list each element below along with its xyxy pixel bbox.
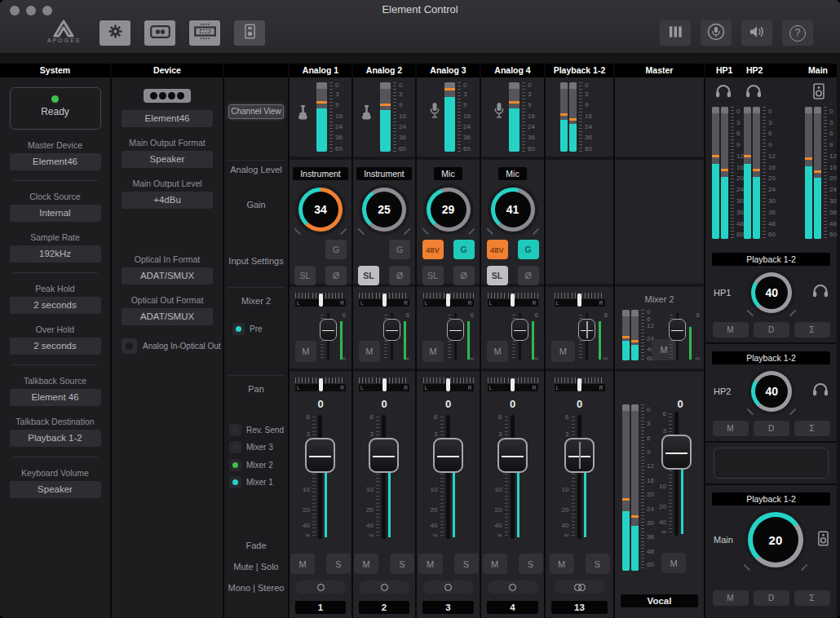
- pan-slider[interactable]: LR: [488, 377, 538, 395]
- meters-button[interactable]: [660, 20, 691, 46]
- pan-slider[interactable]: LR: [295, 377, 346, 395]
- channel-fader[interactable]: 6303102040∞: [296, 415, 345, 539]
- fader-knob[interactable]: [305, 438, 335, 473]
- pan-thumb[interactable]: [511, 294, 515, 307]
- talkback-source-select[interactable]: Element 46: [10, 389, 101, 406]
- mixer-mute-button[interactable]: M: [422, 341, 444, 362]
- main-sum-button[interactable]: Σ: [794, 590, 830, 606]
- solo-button[interactable]: S: [519, 554, 543, 574]
- hp1-source-selector[interactable]: Playback 1-2: [712, 253, 830, 266]
- pan-thumb[interactable]: [577, 294, 581, 307]
- master-send-knob[interactable]: [669, 319, 686, 341]
- master-fader[interactable]: 6303102040∞: [652, 412, 701, 536]
- mixer-pan-slider[interactable]: LR: [359, 293, 409, 310]
- solo-button[interactable]: S: [586, 554, 610, 574]
- mixer-pan-slider[interactable]: LR: [555, 293, 605, 310]
- mixer-send-fader[interactable]: 6∞: [444, 311, 474, 362]
- phase-button[interactable]: Ø: [518, 266, 539, 285]
- send-fader-knob[interactable]: [578, 319, 595, 341]
- routing-view-button[interactable]: [189, 20, 220, 46]
- phase-button[interactable]: Ø: [453, 266, 475, 285]
- gain-knob[interactable]: 25: [359, 184, 409, 235]
- mixer-mute-button[interactable]: M: [551, 341, 575, 362]
- hp2-sum-button[interactable]: Σ: [794, 421, 830, 436]
- input-type-selector[interactable]: Instrument: [293, 167, 348, 180]
- talkback-destination-select[interactable]: Playback 1-2: [10, 430, 101, 447]
- optical-in-format-select[interactable]: ADAT/SMUX: [122, 267, 213, 285]
- mixer2-checkbox[interactable]: [229, 459, 241, 471]
- clock-source-select[interactable]: Internal: [10, 205, 101, 222]
- mixer-send-fader[interactable]: 6∞: [575, 311, 608, 362]
- device-view-button[interactable]: [234, 20, 265, 46]
- send-fader-knob[interactable]: [383, 319, 400, 341]
- mixer-pan-slider[interactable]: LR: [488, 293, 538, 310]
- mixer-mute-button[interactable]: M: [359, 341, 380, 362]
- mute-button[interactable]: M: [483, 554, 507, 574]
- help-button[interactable]: ?: [782, 20, 813, 46]
- keyboard-volume-select[interactable]: Speaker: [10, 481, 101, 498]
- solo-button[interactable]: S: [326, 554, 351, 574]
- mixer-mute-button[interactable]: M: [295, 341, 316, 362]
- mixer-master-fader[interactable]: 6∞: [665, 311, 700, 362]
- mixer-send-fader[interactable]: 6∞: [316, 311, 346, 362]
- optical-out-format-select[interactable]: ADAT/SMUX: [122, 308, 213, 325]
- pan-thumb[interactable]: [446, 378, 450, 391]
- pan-thumb[interactable]: [577, 378, 581, 391]
- fader-knob[interactable]: [564, 438, 595, 473]
- mixer-send-fader[interactable]: 6∞: [508, 311, 538, 362]
- mute-button[interactable]: M: [550, 554, 574, 574]
- solo-button[interactable]: S: [390, 554, 414, 574]
- hp2-mute-button[interactable]: M: [713, 421, 749, 436]
- peak-hold-select[interactable]: 2 seconds: [10, 297, 101, 314]
- mixer-pan-slider[interactable]: LR: [423, 293, 474, 310]
- phantom-power-button[interactable]: 48V: [487, 240, 508, 259]
- pan-thumb[interactable]: [382, 294, 387, 307]
- mute-button[interactable]: M: [290, 554, 315, 574]
- send-fader-knob[interactable]: [511, 319, 528, 341]
- pan-slider[interactable]: LR: [555, 377, 605, 395]
- fader-knob[interactable]: [661, 435, 692, 470]
- soft-limit-button[interactable]: SL: [422, 266, 444, 285]
- channel-fader[interactable]: 6303102040∞: [489, 415, 537, 539]
- mute-button[interactable]: M: [354, 554, 378, 574]
- hp1-dim-button[interactable]: D: [754, 322, 789, 338]
- main-level-knob[interactable]: 20: [745, 509, 807, 571]
- main-output-format-select[interactable]: Speaker: [122, 151, 213, 168]
- mono-indicator[interactable]: [295, 580, 346, 594]
- device-name-button[interactable]: Element46: [122, 110, 213, 127]
- mono-indicator[interactable]: [359, 580, 409, 594]
- channel-fader[interactable]: 6303102040∞: [424, 415, 473, 539]
- group-button[interactable]: G: [518, 240, 539, 259]
- fader-knob[interactable]: [369, 438, 399, 473]
- pan-slider[interactable]: LR: [423, 377, 474, 395]
- send-fader-knob[interactable]: [320, 319, 337, 341]
- pan-thumb[interactable]: [511, 378, 515, 391]
- hp2-level-knob[interactable]: 40: [748, 368, 795, 415]
- hp2-dim-button[interactable]: D: [754, 421, 789, 436]
- mixer-mute-button[interactable]: M: [487, 341, 508, 362]
- mixer3-checkbox[interactable]: [229, 441, 241, 453]
- rev-send-checkbox[interactable]: [229, 424, 241, 436]
- mixer-pan-slider[interactable]: LR: [295, 293, 346, 310]
- pan-slider[interactable]: LR: [359, 377, 409, 395]
- main-source-selector[interactable]: Playback 1-2: [712, 492, 830, 505]
- master-device-select[interactable]: Element46: [10, 153, 101, 170]
- fader-knob[interactable]: [433, 438, 463, 473]
- input-type-selector[interactable]: Instrument: [356, 167, 412, 180]
- pan-thumb[interactable]: [446, 294, 450, 307]
- pre-checkbox[interactable]: [232, 323, 245, 335]
- input-type-selector[interactable]: Mic: [434, 167, 462, 180]
- channel-fader[interactable]: 6303102040∞: [555, 415, 604, 539]
- phantom-power-button[interactable]: 48V: [422, 240, 444, 259]
- hp1-mute-button[interactable]: M: [713, 322, 749, 338]
- mono-indicator[interactable]: [488, 580, 538, 594]
- hp2-source-selector[interactable]: Playback 1-2: [712, 351, 830, 364]
- settings-button[interactable]: [99, 20, 130, 46]
- main-dim-button[interactable]: D: [754, 590, 789, 606]
- gain-knob[interactable]: 34: [295, 184, 346, 235]
- solo-button[interactable]: S: [454, 554, 479, 574]
- pan-thumb[interactable]: [319, 378, 323, 391]
- fader-knob[interactable]: [497, 438, 528, 473]
- group-button[interactable]: G: [325, 240, 347, 259]
- channel-view-button[interactable]: Channel View: [228, 104, 284, 119]
